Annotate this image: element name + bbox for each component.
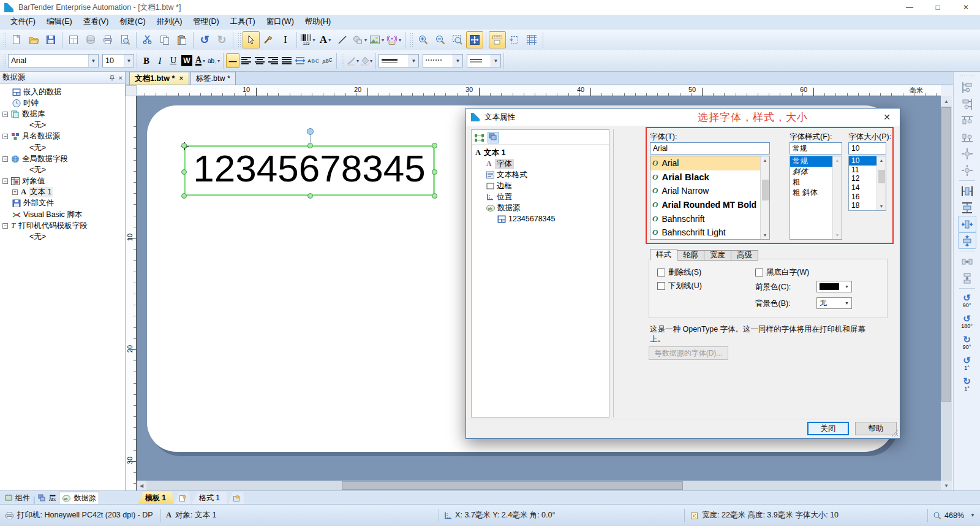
font-style-input[interactable]: 常规 bbox=[790, 142, 842, 154]
tree-item-font[interactable]: A 字体 bbox=[472, 158, 609, 169]
horizontal-scrollbar[interactable]: ◀ bbox=[137, 481, 941, 490]
print-preview-button[interactable] bbox=[116, 31, 134, 48]
page-setup-button[interactable] bbox=[65, 31, 82, 48]
tab-outline[interactable]: 轮廓 bbox=[677, 250, 704, 261]
status-printer[interactable]: 打印机: Honeywell PC42t (203 dpi) - DP bbox=[0, 505, 160, 526]
resize-handle-se[interactable] bbox=[432, 193, 437, 199]
redo-button[interactable]: ↻ bbox=[213, 31, 230, 48]
tab-advanced[interactable]: 高级 bbox=[731, 250, 758, 261]
undo-button[interactable]: ↺ bbox=[196, 31, 213, 48]
tree-item-printer-code[interactable]: T 打印机代码模板字段 bbox=[0, 220, 125, 231]
line-style-combo[interactable]: ▼ bbox=[423, 54, 463, 67]
dialog-help-button[interactable]: 帮助 bbox=[855, 422, 897, 435]
new-template-button[interactable] bbox=[175, 492, 190, 504]
template-tab-1[interactable]: 模板 1 bbox=[138, 492, 173, 504]
font-size-combo[interactable]: 10▼ bbox=[102, 54, 134, 67]
menu-create[interactable]: 创建(C) bbox=[114, 15, 151, 29]
character-spacing-button[interactable]: ABC bbox=[307, 53, 320, 68]
resize-handle-s[interactable] bbox=[307, 193, 313, 199]
resize-handle-e[interactable] bbox=[432, 169, 437, 175]
font-color-button[interactable]: A bbox=[194, 53, 207, 68]
rotate-1-cw-button[interactable]: ↻1° bbox=[963, 374, 971, 395]
strikeout-checkbox[interactable]: 删除线(S) bbox=[657, 267, 701, 278]
make-same-height-button[interactable] bbox=[958, 270, 976, 286]
tree-item-global-fields[interactable]: 全局数据字段 bbox=[0, 153, 125, 164]
rotation-handle[interactable] bbox=[307, 128, 314, 135]
collapse-icon[interactable] bbox=[2, 112, 8, 117]
background-color-combo[interactable]: 无 ▼ bbox=[816, 297, 852, 309]
expand-icon[interactable] bbox=[12, 189, 18, 195]
selected-text-object[interactable]: 12345678345 bbox=[184, 145, 435, 196]
border-style-combo[interactable]: ▼ bbox=[467, 54, 501, 67]
font-list[interactable]: Arial Arial Black Arial Narrow Arial Rou… bbox=[650, 156, 770, 240]
menu-tools[interactable]: 工具(T) bbox=[225, 15, 261, 29]
rotate-90-cw-button[interactable]: ↻90° bbox=[963, 332, 971, 353]
tree-item-vb-script[interactable]: Visual Basic 脚本 bbox=[0, 209, 125, 220]
horizontal-scroll-thumb[interactable] bbox=[342, 481, 683, 490]
font-size-input[interactable]: 10 bbox=[848, 142, 886, 154]
align-right-objects-button[interactable] bbox=[958, 96, 976, 112]
tree-root-text1[interactable]: A 文本 1 bbox=[472, 147, 609, 158]
make-same-width-button[interactable] bbox=[958, 253, 976, 270]
collapse-icon[interactable] bbox=[2, 134, 8, 139]
dialog-title-bar[interactable]: 文本属性 ✕ bbox=[466, 109, 900, 126]
line-tool-button[interactable] bbox=[334, 31, 351, 48]
center-horizontal-template-button[interactable] bbox=[958, 183, 976, 199]
dialog-splitter[interactable] bbox=[613, 129, 614, 417]
text-tool-button[interactable]: A bbox=[317, 31, 334, 48]
text-background-color-button[interactable]: ab bbox=[207, 53, 221, 68]
style-list-item[interactable]: 粗 bbox=[790, 177, 834, 188]
resize-handle-w[interactable] bbox=[181, 169, 187, 175]
new-document-button[interactable] bbox=[8, 31, 25, 48]
single-line-button[interactable]: — bbox=[226, 53, 239, 68]
font-style-list[interactable]: 常规 斜体 粗 粗 斜体 ▲ ▼ bbox=[790, 156, 842, 240]
rotate-90-ccw-button[interactable]: ↺90° bbox=[963, 291, 971, 311]
panel-tab-datasource[interactable]: ab 数据源 bbox=[59, 492, 99, 504]
minimize-button[interactable]: — bbox=[895, 0, 924, 15]
panel-close-icon[interactable]: × bbox=[119, 74, 123, 82]
tree-item-none[interactable]: <无> bbox=[0, 142, 125, 153]
tree-item-embedded-data[interactable]: 嵌入的数据 bbox=[0, 86, 125, 97]
ibeam-tool-button[interactable]: I bbox=[277, 31, 294, 48]
tree-item-none[interactable]: <无> bbox=[0, 164, 125, 175]
save-button[interactable] bbox=[42, 31, 59, 48]
menu-edit[interactable]: 编辑(E) bbox=[41, 15, 78, 29]
underline-checkbox[interactable]: 下划线(U) bbox=[657, 281, 702, 291]
encoder-tool-button[interactable] bbox=[385, 31, 402, 48]
tree-item-datasource[interactable]: ab 数据源 bbox=[472, 202, 609, 213]
scroll-thumb[interactable] bbox=[762, 180, 769, 200]
checkbox-icon[interactable] bbox=[755, 269, 763, 276]
fit-text-width-button[interactable] bbox=[293, 53, 307, 68]
collapse-icon[interactable] bbox=[2, 178, 8, 184]
menu-view[interactable]: 查看(V) bbox=[78, 15, 115, 29]
tree-item-none[interactable]: <无> bbox=[0, 120, 125, 131]
menu-help[interactable]: 帮助(H) bbox=[300, 15, 336, 29]
barcode-tool-button[interactable]: 123 bbox=[300, 31, 317, 48]
size-list-item[interactable]: 10 bbox=[849, 156, 877, 166]
zoom-in-button[interactable] bbox=[415, 31, 432, 48]
tree-item-position[interactable]: 位置 bbox=[472, 191, 609, 202]
scroll-left-arrow[interactable]: ◀ bbox=[137, 481, 146, 490]
vertical-scroll-thumb[interactable] bbox=[941, 107, 951, 402]
center-objects-vertically-button[interactable] bbox=[958, 145, 976, 162]
collapse-icon[interactable] bbox=[2, 223, 8, 229]
collapse-icon[interactable] bbox=[2, 156, 8, 162]
copy-button[interactable] bbox=[156, 31, 173, 48]
panel-tab-layers[interactable]: 层 bbox=[35, 492, 59, 504]
tree-item-text-format[interactable]: 文本格式 bbox=[472, 169, 609, 180]
dialog-close-button[interactable]: ✕ bbox=[874, 109, 900, 126]
object-boundaries-button[interactable] bbox=[506, 31, 523, 48]
align-left-objects-button[interactable] bbox=[958, 79, 976, 96]
style-list-item[interactable]: 粗 斜体 bbox=[790, 188, 834, 198]
scroll-up-arrow[interactable]: ▲ bbox=[880, 158, 884, 162]
size-list-item[interactable]: 18 bbox=[849, 201, 877, 210]
cut-button[interactable] bbox=[139, 31, 156, 48]
panel-tab-components[interactable]: 组件 bbox=[2, 492, 33, 504]
dialog-resize-grip[interactable] bbox=[891, 430, 899, 437]
vertical-scrollbar[interactable]: ▲ ▼ bbox=[941, 96, 952, 490]
resize-handle-ne[interactable] bbox=[432, 143, 437, 148]
size-list-item[interactable]: 11 bbox=[849, 166, 877, 175]
tree-item-object-values[interactable]: 对象值 bbox=[0, 176, 125, 187]
scroll-down-arrow[interactable]: ▼ bbox=[880, 204, 884, 208]
line-thickness-combo[interactable]: ▼ bbox=[379, 54, 419, 67]
